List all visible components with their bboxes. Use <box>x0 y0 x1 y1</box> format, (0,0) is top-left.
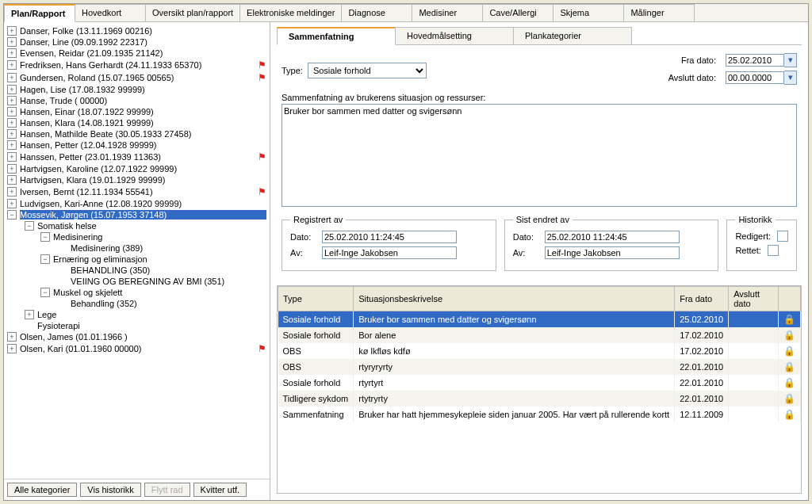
expand-icon[interactable]: + <box>7 187 17 197</box>
tree-item[interactable]: −Medisinering <box>6 231 268 242</box>
expand-icon[interactable]: − <box>40 288 50 297</box>
tree-item[interactable]: +Hartvigsen, Klara (19.01.1929 99999) <box>6 174 268 185</box>
tree-item[interactable]: +Danser, Folke (13.11.1969 00216) <box>6 25 268 36</box>
main-tab-diagnose[interactable]: Diagnose <box>341 4 412 21</box>
table-cell: 22.01.2010 <box>675 391 729 407</box>
expand-icon[interactable]: + <box>7 164 17 174</box>
expand-icon[interactable]: + <box>7 26 17 36</box>
tree-item[interactable]: Behandling (352) <box>6 298 268 309</box>
expand-icon[interactable]: − <box>40 232 50 242</box>
tree-item[interactable]: +Hansen, Mathilde Beate (30.05.1933 2745… <box>6 128 268 139</box>
tree-item[interactable]: VEIING OG BEREGNING AV BMI (351) <box>6 276 268 287</box>
tree-item[interactable]: +Hanse, Trude ( 00000) <box>6 95 268 106</box>
expand-icon[interactable]: + <box>7 118 17 128</box>
tree-item[interactable]: +Hansen, Klara (14.08.1921 99999) <box>6 117 268 128</box>
summary-table[interactable]: TypeSituasjonsbeskrivelseFra datoAvslutt… <box>278 286 801 422</box>
expand-icon[interactable]: + <box>7 37 17 47</box>
patient-tree[interactable]: +Danser, Folke (13.11.1969 00216)+Danser… <box>4 22 270 479</box>
tree-item[interactable]: +Ludvigsen, Kari-Anne (12.08.1920 99999) <box>6 198 268 209</box>
lock-icon: 🔒 <box>783 314 795 325</box>
tree-item[interactable]: +Lege <box>6 309 268 320</box>
sub-tab-hovedmålsetting[interactable]: Hovedmålsetting <box>395 27 514 44</box>
expand-icon[interactable]: + <box>7 199 17 208</box>
tree-item[interactable]: +Fredriksen, Hans Gerhardt (24.11.1933 6… <box>6 59 268 71</box>
tree-item[interactable]: BEHANDLING (350) <box>6 265 268 276</box>
from-date-input[interactable] <box>726 54 784 67</box>
expand-icon[interactable]: + <box>7 60 17 70</box>
column-header[interactable] <box>779 287 801 311</box>
expand-icon[interactable]: + <box>25 310 34 319</box>
expand-icon[interactable]: + <box>7 48 17 58</box>
expand-icon[interactable]: + <box>7 107 17 116</box>
tree-item[interactable]: +Hansen, Einar (18.07.1922 99999) <box>6 106 268 117</box>
from-date-dropdown-icon[interactable]: ▾ <box>784 53 797 67</box>
expand-icon[interactable]: + <box>7 129 17 139</box>
tree-item[interactable]: +Danser, Line (09.09.1992 22317) <box>6 36 268 48</box>
main-tab-bar: Plan/RapportHovedkortOversikt plan/rappo… <box>4 4 808 22</box>
main-tab-cave-allergi[interactable]: Cave/Allergi <box>482 4 553 21</box>
tree-item[interactable]: −Ernæring og eliminasjon <box>6 254 268 265</box>
table-cell: rtyryryrty <box>354 359 675 375</box>
column-header[interactable]: Fra dato <box>675 287 729 311</box>
tree-item[interactable]: +Hansen, Petter (12.04.1928 99999) <box>6 139 268 151</box>
show-history-button[interactable]: Vis historikk <box>80 483 140 497</box>
tree-button-bar: Alle kategorier Vis historikk Flytt rad … <box>4 479 270 500</box>
tree-item[interactable]: Fysioterapi <box>6 320 268 331</box>
lock-icon: 🔒 <box>783 346 795 357</box>
tree-item[interactable]: +Olsen, James (01.01.1966 ) <box>6 331 268 342</box>
main-tab-m-linger[interactable]: Målinger <box>623 4 695 21</box>
tree-item[interactable]: +Gundersen, Roland (15.07.1965 00565)⚑ <box>6 71 268 84</box>
expand-icon[interactable]: + <box>7 96 17 105</box>
expand-icon[interactable]: + <box>7 332 17 342</box>
end-date-input[interactable] <box>726 71 784 84</box>
sub-tab-plankategorier[interactable]: Plankategorier <box>513 27 632 44</box>
column-header[interactable]: Avslutt dato <box>729 287 779 311</box>
tree-item[interactable]: +Hartvigsen, Karoline (12.07.1922 99999) <box>6 163 268 174</box>
expand-icon[interactable]: + <box>7 152 17 162</box>
acknowledge-button[interactable]: Kvitter utf. <box>193 483 247 497</box>
table-row[interactable]: SammenfatningBruker har hatt hjemmesykep… <box>278 407 801 422</box>
expand-icon[interactable]: − <box>40 254 50 264</box>
expand-icon[interactable]: + <box>7 175 17 185</box>
column-header[interactable]: Situasjonsbeskrivelse <box>354 287 675 311</box>
type-label: Type: <box>282 66 303 75</box>
tree-item[interactable]: Medisinering (389) <box>6 242 268 254</box>
expand-icon[interactable]: + <box>7 140 17 150</box>
main-tab-skjema[interactable]: Skjema <box>553 4 624 21</box>
table-row[interactable]: Sosiale forholdrtyrtyrt22.01.2010🔒 <box>278 375 801 391</box>
tree-item[interactable]: +Hagen, Lise (17.08.1932 99999) <box>6 84 268 95</box>
tree-item[interactable]: +Evensen, Reidar (21.09.1935 21142) <box>6 48 268 59</box>
table-row[interactable]: OBSrtyryryrty22.01.2010🔒 <box>278 359 801 375</box>
expand-icon[interactable]: + <box>7 344 17 353</box>
corrected-checkbox[interactable] <box>768 245 779 256</box>
column-header[interactable]: Type <box>278 287 354 311</box>
type-select[interactable]: Sosiale forhold <box>308 63 427 78</box>
tree-item[interactable]: −Muskel og skjelett <box>6 287 268 298</box>
table-cell <box>729 391 779 407</box>
table-row[interactable]: Tidligere sykdomrtytryrty22.01.2010🔒 <box>278 391 801 407</box>
table-cell <box>729 375 779 391</box>
expand-icon[interactable]: + <box>7 85 17 94</box>
expand-icon[interactable]: + <box>7 73 17 82</box>
table-row[interactable]: OBS kø lkfløs kdfø17.02.2010🔒 <box>278 343 801 359</box>
expand-icon[interactable]: − <box>25 221 34 231</box>
tree-item[interactable]: −Mossevik, Jørgen (15.07.1953 37148) <box>6 209 268 220</box>
tree-item[interactable]: +Hanssen, Petter (23.01.1939 11363)⚑ <box>6 151 268 163</box>
end-date-dropdown-icon[interactable]: ▾ <box>784 71 797 85</box>
tree-item[interactable]: +Iversen, Bernt (12.11.1934 55541)⚑ <box>6 185 268 198</box>
main-tab-medisiner[interactable]: Medisiner <box>412 4 483 21</box>
sub-tab-sammenfatning[interactable]: Sammenfatning <box>277 27 396 45</box>
tree-item[interactable]: +Olsen, Kari (01.01.1960 00000)⚑ <box>6 342 268 355</box>
main-tab-oversikt-plan-rapport[interactable]: Oversikt plan/rapport <box>145 4 240 21</box>
tree-item-label: Danser, Line (09.09.1992 22317) <box>20 37 266 47</box>
tree-item[interactable]: −Somatisk helse <box>6 220 268 231</box>
main-tab-plan-rapport[interactable]: Plan/Rapport <box>4 4 75 22</box>
table-row[interactable]: Sosiale forholdBor alene17.02.2010🔒 <box>278 327 801 343</box>
main-tab-elektroniske-meldinger[interactable]: Elektroniske meldinger <box>239 4 342 21</box>
summary-textarea[interactable]: Bruker bor sammen med datter og svigersø… <box>282 104 797 207</box>
edited-checkbox[interactable] <box>777 231 788 242</box>
table-row[interactable]: Sosiale forholdBruker bor sammen med dat… <box>278 311 801 328</box>
all-categories-button[interactable]: Alle kategorier <box>7 483 77 497</box>
main-tab-hovedkort[interactable]: Hovedkort <box>75 4 146 21</box>
expand-icon[interactable]: − <box>7 210 17 220</box>
